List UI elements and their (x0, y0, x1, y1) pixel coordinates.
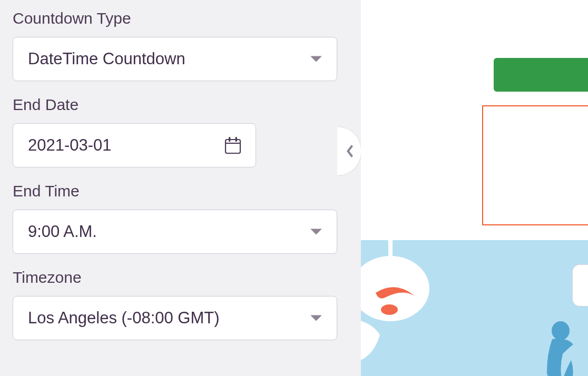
end-time-select[interactable]: 9:00 A.M. (13, 210, 337, 254)
svg-rect-0 (226, 140, 240, 153)
countdown-type-value: DateTime Countdown (28, 50, 185, 68)
preview-pane (361, 0, 588, 376)
svg-point-5 (385, 232, 396, 241)
countdown-type-label: Countdown Type (13, 9, 348, 27)
end-time-value: 9:00 A.M. (28, 222, 97, 241)
preview-illustration-mascot (361, 232, 463, 369)
preview-side-tab (572, 264, 588, 306)
chevron-down-icon (309, 55, 323, 63)
settings-sidebar: Countdown Type DateTime Countdown End Da… (0, 0, 361, 376)
timezone-select[interactable]: Los Angeles (-08:00 GMT) (13, 296, 337, 340)
svg-rect-2 (229, 137, 230, 142)
preview-green-button (494, 58, 588, 92)
end-date-label: End Date (13, 96, 348, 114)
svg-point-8 (552, 321, 570, 340)
collapse-sidebar-button[interactable] (337, 126, 361, 176)
end-time-label: End Time (13, 182, 348, 200)
countdown-type-select[interactable]: DateTime Countdown (13, 37, 337, 81)
timezone-label: Timezone (13, 269, 348, 286)
timezone-value: Los Angeles (-08:00 GMT) (28, 309, 220, 328)
preview-illustration-person (542, 321, 579, 376)
preview-selected-block (482, 105, 588, 225)
svg-point-7 (381, 304, 398, 315)
chevron-down-icon (309, 227, 323, 236)
end-date-value: 2021-03-01 (28, 136, 112, 155)
chevron-down-icon (309, 314, 323, 322)
chevron-left-icon (345, 143, 354, 159)
calendar-icon (224, 136, 242, 155)
svg-rect-3 (236, 137, 237, 142)
end-date-input[interactable]: 2021-03-01 (13, 123, 256, 167)
app-root: Countdown Type DateTime Countdown End Da… (0, 0, 588, 376)
